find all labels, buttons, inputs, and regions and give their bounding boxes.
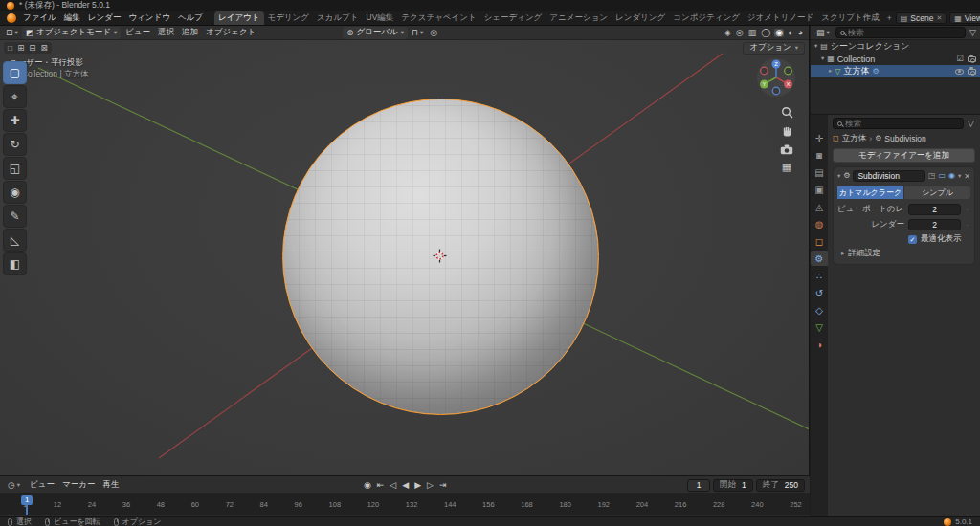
overlays-icon[interactable]: ◎ bbox=[735, 29, 745, 37]
autokey-button[interactable]: ◉ bbox=[363, 481, 372, 490]
workspace-tab[interactable]: アニメーション bbox=[546, 11, 612, 25]
expand-icon[interactable]: ▾ bbox=[821, 55, 824, 62]
scene-picker[interactable]: ▤ Scene ✕ bbox=[896, 12, 947, 24]
select-mode-icon[interactable]: ⊟ bbox=[27, 43, 37, 53]
shading-wireframe-icon[interactable]: ◯ bbox=[760, 29, 771, 37]
collapse-chevron-icon[interactable]: ▾ bbox=[837, 173, 840, 180]
cursor-tool[interactable]: ⌖ bbox=[3, 85, 27, 108]
toggle-view-grid-icon[interactable]: ▦ bbox=[782, 162, 791, 172]
tab-world[interactable]: ◍ bbox=[811, 216, 828, 231]
viewport-editor-button[interactable]: ⊡ ▾ bbox=[3, 28, 21, 37]
next-keyframe-button[interactable]: ▷ bbox=[426, 481, 434, 490]
add-modifier-button[interactable]: モディファイアーを追加 bbox=[833, 148, 975, 163]
annotate-tool[interactable]: ✎ bbox=[3, 205, 27, 228]
workspace-tab[interactable]: モデリング bbox=[264, 11, 314, 25]
viewport-menu-item[interactable]: 追加 bbox=[178, 27, 202, 38]
proportional-edit-button[interactable]: ◎ bbox=[427, 28, 440, 37]
pan-hand-icon[interactable] bbox=[781, 125, 793, 138]
workspace-tab[interactable]: シェーディング bbox=[480, 11, 546, 25]
orientation-dropdown[interactable]: ⊕ グローバル ▾ bbox=[343, 27, 408, 39]
viewport-menu-item[interactable]: 選択 bbox=[154, 27, 178, 38]
jump-end-button[interactable]: ⇥ bbox=[438, 481, 448, 490]
prev-keyframe-button[interactable]: ◁ bbox=[389, 481, 397, 490]
menu-item[interactable]: ファイル bbox=[19, 12, 60, 24]
shading-material-icon[interactable]: ◐ bbox=[787, 29, 793, 37]
show-gizmo-icon[interactable]: ◈ bbox=[724, 29, 732, 37]
outliner-search-input[interactable] bbox=[848, 28, 961, 37]
add-cube-tool[interactable]: ◧ bbox=[3, 252, 27, 275]
tab-output[interactable]: ▤ bbox=[811, 164, 828, 180]
tab-particles[interactable]: ∴ bbox=[811, 268, 828, 283]
timeline-menu-item[interactable]: 再生 bbox=[99, 479, 122, 491]
hide-eye-icon[interactable] bbox=[955, 69, 964, 75]
menu-item[interactable]: レンダー bbox=[84, 12, 125, 24]
tab-render[interactable]: ◙ bbox=[811, 147, 828, 163]
render-toggle[interactable]: ◉ bbox=[948, 172, 955, 180]
shading-solid-icon[interactable]: ◉ bbox=[774, 29, 784, 37]
tab-object[interactable]: ◻ bbox=[811, 233, 828, 249]
outliner-row-collection[interactable]: ▾ ▦ Collection ☑ bbox=[811, 53, 980, 65]
tab-modifiers[interactable]: ⚙ bbox=[811, 251, 828, 266]
workspace-tab[interactable]: UV編集 bbox=[363, 11, 398, 25]
subdivision-type-button[interactable]: カトマルクラーク bbox=[837, 186, 903, 199]
playhead[interactable]: 1 bbox=[21, 495, 33, 515]
timeline-menu-item[interactable]: ビュー bbox=[26, 479, 58, 491]
close-icon[interactable]: ✕ bbox=[964, 172, 970, 181]
workspace-tab[interactable]: + bbox=[883, 11, 896, 25]
blender-menu-icon[interactable] bbox=[7, 13, 16, 23]
zoom-icon[interactable] bbox=[781, 106, 793, 119]
workspace-tab[interactable]: スカルプト bbox=[313, 11, 363, 25]
animate-dot-icon[interactable]: ∙ bbox=[965, 221, 970, 228]
select-mode-icon[interactable]: ⊞ bbox=[15, 43, 26, 53]
workspace-tab[interactable]: レイアウト bbox=[214, 11, 264, 25]
optimal-display-checkbox[interactable]: ✓ bbox=[908, 235, 917, 244]
current-frame-field[interactable]: 1 bbox=[687, 479, 710, 492]
outliner-search[interactable] bbox=[835, 27, 966, 38]
extras-menu-icon[interactable]: ▾ bbox=[958, 173, 961, 180]
menu-item[interactable]: ウィンドウ bbox=[124, 12, 174, 24]
move-tool[interactable]: ✚ bbox=[3, 109, 27, 132]
viewport-3d[interactable]: ⊡ ▾ ◩ オブジェクトモード ▾ ビュー選択追加オブジェクト ⊕ グローバル … bbox=[0, 26, 810, 475]
properties-search-input[interactable] bbox=[845, 119, 959, 128]
timeline-ruler[interactable]: 1122436486072849610812013214415616818019… bbox=[0, 494, 810, 515]
rotate-tool[interactable]: ↻ bbox=[3, 133, 27, 156]
workspace-tab[interactable]: テクスチャペイント bbox=[397, 11, 479, 25]
camera-view-icon[interactable] bbox=[780, 144, 793, 155]
viewport-levels-field[interactable]: 2 bbox=[908, 204, 961, 215]
select-box-tool[interactable]: ▢ bbox=[3, 61, 27, 84]
navigation-gizmo[interactable]: X Y Z bbox=[755, 56, 797, 99]
advanced-section-toggle[interactable]: ▸ 詳細設定 bbox=[837, 248, 970, 259]
outliner-row-scene-collection[interactable]: ▾ ▤ シーンコレクション bbox=[811, 40, 980, 53]
measure-tool[interactable]: ◺ bbox=[3, 229, 27, 252]
properties-filter-icon[interactable]: ▽ bbox=[967, 120, 975, 128]
edit-mode-toggle[interactable]: ◳ bbox=[928, 172, 936, 180]
shading-rendered-icon[interactable]: ◕ bbox=[797, 29, 804, 37]
viewport-menu-item[interactable]: ビュー bbox=[122, 27, 154, 38]
breadcrumb-modifier[interactable]: Subdivision bbox=[884, 134, 925, 143]
workspace-tab[interactable]: コンポジティング bbox=[669, 11, 744, 25]
workspace-tab[interactable]: レンダリング bbox=[612, 11, 669, 25]
exclude-checkbox[interactable]: ☑ bbox=[957, 55, 964, 63]
frame-start-field[interactable]: 開始 1 bbox=[713, 479, 753, 492]
render-visibility-icon[interactable] bbox=[968, 69, 976, 75]
frame-end-field[interactable]: 終了 250 bbox=[756, 479, 805, 492]
mode-dropdown[interactable]: ◩ オブジェクトモード ▾ bbox=[22, 27, 121, 39]
xray-toggle-icon[interactable]: ▥ bbox=[747, 29, 758, 37]
expand-icon[interactable]: ▸ bbox=[829, 68, 832, 75]
play-reverse-button[interactable]: ◀ bbox=[401, 481, 410, 490]
tab-data[interactable]: ▽ bbox=[811, 319, 828, 335]
tab-physics[interactable]: ↺ bbox=[811, 285, 828, 300]
subdivision-type-button[interactable]: シンプル bbox=[903, 186, 970, 199]
scale-tool[interactable]: ◱ bbox=[3, 157, 27, 180]
modifier-name-field[interactable]: Subdivision bbox=[853, 170, 924, 182]
play-button[interactable]: ▶ bbox=[413, 481, 422, 490]
workspace-tab[interactable]: ジオメトリノード bbox=[744, 11, 817, 25]
outliner-row-cube[interactable]: ▸ ▽ 立方体 ⚙ bbox=[811, 65, 980, 77]
transform-tool[interactable]: ◉ bbox=[3, 181, 27, 204]
viewport-menu-item[interactable]: オブジェクト bbox=[202, 27, 259, 38]
menu-item[interactable]: ヘルプ bbox=[174, 12, 207, 24]
snap-dropdown[interactable]: ⊓ ▾ bbox=[409, 28, 426, 37]
menu-item[interactable]: 編集 bbox=[60, 12, 84, 24]
outliner-editor-button[interactable]: ▤ ▾ bbox=[813, 28, 833, 37]
render-visibility-icon[interactable] bbox=[968, 56, 976, 62]
